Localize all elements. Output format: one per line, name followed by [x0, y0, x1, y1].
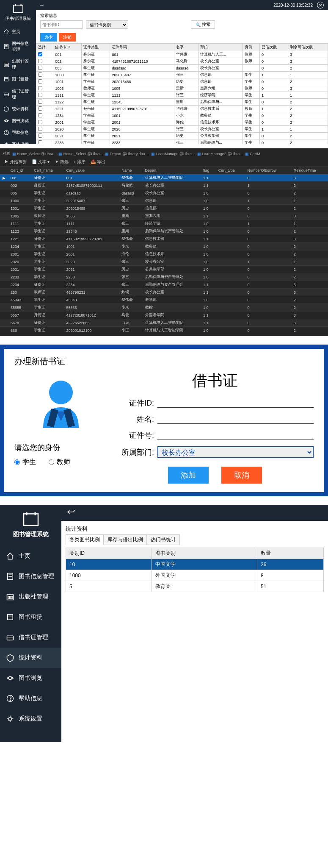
id-field[interactable] — [157, 398, 314, 408]
table-row[interactable]: ▶001身份证001华伟豪计算机与人工智能学院1 103 — [0, 174, 328, 182]
table-row[interactable]: 2233学生证2233张三后勤保障与资产管理处1 002 — [0, 273, 328, 281]
nav-item-2[interactable]: 出版社管理 — [0, 587, 61, 607]
row-checkbox[interactable] — [38, 134, 42, 138]
table-row[interactable]: 10中国文学26 — [66, 559, 324, 570]
col-header: Name — [119, 167, 142, 174]
back-icon[interactable]: ↩ — [40, 3, 44, 8]
table-row[interactable]: 1122学生证12345里斯后勤保障与资产管理处1 002 — [0, 228, 328, 235]
table-row[interactable]: 005学生证dasdsaddasasd校长办公室02 — [36, 65, 328, 72]
table-row[interactable]: 1221身份证41150219990728701华伟豪信息技术部1 103 — [0, 235, 328, 243]
table-row[interactable]: 001身份证001华伟豪计算机与人工...教师03 — [36, 51, 328, 58]
search-button[interactable]: 🔍搜索 — [191, 20, 215, 29]
toolbar-item[interactable]: 📄 文本 ▾ — [32, 159, 50, 165]
tab[interactable]: 各类图书比例 — [66, 534, 104, 545]
row-checkbox[interactable] — [38, 52, 42, 56]
nav-item-4[interactable]: 借书证管理 — [0, 627, 61, 648]
nav-item-7[interactable]: 帮助信息 — [0, 688, 61, 709]
row-checkbox[interactable] — [38, 120, 42, 124]
table-row[interactable]: 5教育类51 — [66, 581, 324, 592]
table-row[interactable]: 005学生证dasdsaddasasd校长办公室1 002 — [0, 189, 328, 197]
table-row[interactable]: 2021学生证2021历史公共教学部1 002 — [0, 266, 328, 273]
table-row[interactable]: 45343学生证45343华伟豪教学部1 002 — [0, 296, 328, 304]
table-row[interactable]: 1111学生证1111张三经济学院学生11 — [36, 92, 328, 99]
table-row[interactable]: 2020学生证2020张三校长办公室1 011 — [0, 258, 328, 266]
nav-item-1[interactable]: 图书信息管理 — [0, 38, 36, 56]
nav-item-6[interactable]: 图书浏览 — [0, 668, 61, 688]
label-no: 证件号: — [116, 430, 154, 440]
search-type-select[interactable]: 借书卡类别 — [86, 20, 128, 29]
table-row[interactable]: 1005教师证1005里斯重案六组教师03 — [36, 85, 328, 92]
nav-item-4[interactable]: 借书证管理 — [0, 85, 36, 103]
table-row[interactable]: 002身份证41874518871021110马化腾校长办公室教师03 — [36, 58, 328, 65]
nav-item-7[interactable]: 帮助信息 — [0, 127, 36, 139]
svg-rect-7 — [5, 64, 6, 66]
row-checkbox[interactable] — [38, 127, 42, 131]
table-row[interactable]: 250教师证465798231炸锅校长办公室1 103 — [0, 289, 328, 296]
radio-teacher[interactable]: 教师 — [49, 458, 70, 467]
table-row[interactable]: 1111学生证1111张三经济学院1 011 — [0, 220, 328, 228]
close-icon[interactable]: ✕ — [317, 2, 324, 8]
row-checkbox[interactable] — [38, 79, 42, 83]
certno-field[interactable] — [157, 431, 314, 440]
nav-item-5[interactable]: 统计资料 — [0, 103, 36, 115]
col-header: Cert_value — [63, 167, 119, 174]
table-row[interactable]: 2001学生证2001海伦信息技术系学生02 — [36, 119, 328, 126]
table-row[interactable]: 1221身份证41150219990728701...华伟豪信息技术系教师12 — [36, 106, 328, 112]
toolbar-item[interactable]: ▼ 筛选 — [55, 159, 69, 165]
table-row[interactable]: 1234学生证1001小东教务处学生02 — [36, 112, 328, 119]
cancel-button[interactable]: 取消 — [221, 467, 262, 484]
table-row[interactable]: 1001学生证202015488历史信息部学生02 — [36, 78, 328, 85]
add-button[interactable]: 添加 — [168, 467, 209, 484]
table-row[interactable]: 1001学生证202015488历史信息部1 002 — [0, 205, 328, 212]
cancel-card-button[interactable]: 注销 — [59, 33, 76, 42]
table-row[interactable]: 2021学生证2021历史公共教学部学生02 — [36, 133, 328, 139]
nav-item-3[interactable]: 图书租赁 — [0, 73, 36, 85]
nav-item-3[interactable]: 图书租赁 — [0, 607, 61, 627]
col-header: 名字 — [174, 44, 198, 51]
table-row[interactable]: 1000学生证202015487张三信息部学生11 — [36, 72, 328, 78]
table-row[interactable]: 1000学生证202015487张三信息部1 011 — [0, 197, 328, 205]
tab[interactable]: 热门书统计 — [147, 534, 180, 545]
nav-item-1[interactable]: 图书信息管理 — [0, 566, 61, 587]
nav-item-8[interactable]: 系统设置 — [0, 709, 61, 729]
radio-student[interactable]: 学生 — [14, 458, 36, 467]
table-row[interactable]: 5557身份证41272818871012马云外国语学院1 103 — [0, 312, 328, 319]
table-row[interactable]: 2020学生证2020张三校长办公室学生11 — [36, 126, 328, 133]
table-row[interactable]: 002身份证41874518871002111马化腾校长办公室1 112 — [0, 182, 328, 189]
nav-item-0[interactable]: 主页 — [0, 546, 61, 566]
table-row[interactable]: 1005教师证1005里斯重案六组1 103 — [0, 212, 328, 220]
nav-item-0[interactable]: 主页 — [0, 26, 36, 38]
row-checkbox[interactable] — [38, 93, 42, 97]
table-row[interactable]: 5678身份证42226522665FGB计算机与人工智能学院1 103 — [0, 319, 328, 327]
toolbar-item[interactable]: 📤 导出 — [91, 159, 105, 165]
search-input[interactable] — [40, 20, 83, 29]
row-checkbox[interactable] — [38, 72, 42, 77]
row-checkbox[interactable] — [38, 66, 42, 70]
nav-item-5[interactable]: 统计资料 — [0, 648, 61, 668]
row-checkbox[interactable] — [38, 106, 42, 111]
toolbar-item[interactable]: ↕ 排序 — [74, 159, 85, 165]
avatar-icon — [31, 375, 91, 434]
svg-rect-23 — [34, 512, 36, 515]
table-row[interactable]: 1234学生证1001小东教务处1 002 — [0, 243, 328, 250]
back-icon[interactable] — [67, 509, 75, 516]
row-checkbox[interactable] — [38, 86, 42, 90]
dept-select[interactable]: 校长办公室 — [157, 446, 314, 458]
toolbar-item[interactable]: ▶ 开始事务 — [4, 159, 27, 165]
table-row[interactable]: 666学生证202001012100小王计算机与人工智能学院1 002 — [0, 327, 328, 334]
row-checkbox[interactable] — [38, 100, 42, 104]
nav-item-6[interactable]: 图书浏览 — [0, 115, 36, 127]
name-field[interactable] — [157, 415, 314, 424]
new-card-button[interactable]: 办卡 — [40, 33, 57, 42]
row-checkbox[interactable] — [38, 140, 42, 145]
table-row[interactable]: 2233学生证2233张三后勤保障与...学生02 — [36, 139, 328, 145]
row-checkbox[interactable] — [38, 113, 42, 117]
table-row[interactable]: 1000外国文学8 — [66, 570, 324, 581]
table-row[interactable]: 2234身份证2234张三后勤保障与资产管理处1 103 — [0, 281, 328, 289]
row-checkbox[interactable] — [38, 59, 42, 63]
table-row[interactable]: 55555学生证55555小米教控1 002 — [0, 304, 328, 312]
tab[interactable]: 库存与借出比例 — [104, 534, 147, 545]
table-row[interactable]: 1122学生证12345里斯后勤保障与...学生02 — [36, 99, 328, 106]
nav-item-2[interactable]: 出版社管理 — [0, 56, 36, 73]
table-row[interactable]: 2001学生证2001海伦信息技术系1 002 — [0, 250, 328, 258]
